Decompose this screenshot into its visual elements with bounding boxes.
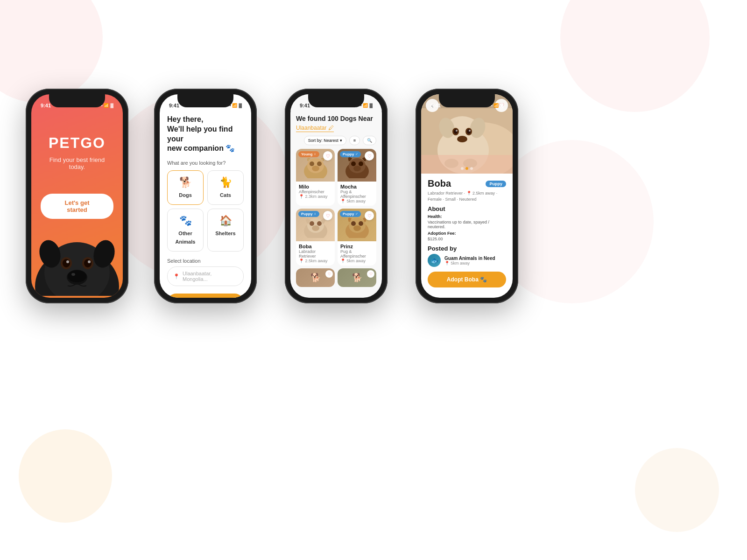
svg-point-9 bbox=[68, 270, 86, 282]
pet-info-milo: Milo Affenpinscher 📍 2.3km away bbox=[296, 182, 335, 201]
adopt-button[interactable]: Adopt Boba 🐾 bbox=[428, 272, 506, 287]
pet-detail-image: 9:41 ▪▪▪ 📶 ▓ ‹ ♡ bbox=[421, 94, 513, 174]
pet-card-prinz[interactable]: Puppy ♂ ♡ Prinz Pug & Affenpinscher 📍 5k… bbox=[338, 209, 376, 266]
category-dogs[interactable]: 🐕 Dogs bbox=[167, 170, 204, 205]
pet-heart-prinz[interactable]: ♡ bbox=[365, 211, 374, 220]
pet-tag-mocha: Puppy ♂ bbox=[340, 151, 361, 157]
phone4-time: 9:41 bbox=[430, 103, 441, 108]
extra-pet-1: 🐕 ♡ bbox=[296, 268, 335, 287]
wifi-icon: 📶 bbox=[493, 103, 499, 108]
pet-dist-detail: 2.5km away bbox=[472, 191, 495, 196]
sort-label: Sort by: Nearest bbox=[308, 138, 338, 143]
phone1-notch bbox=[49, 94, 105, 107]
filter-button[interactable]: ≡ bbox=[349, 136, 360, 145]
other-animals-label: Other Animals bbox=[176, 231, 196, 245]
pet-neutered-detail: Neutered bbox=[459, 197, 477, 202]
svg-point-16 bbox=[317, 161, 322, 166]
health-label: Health: bbox=[428, 214, 506, 219]
health-text: Vaccinations up to date, spayed / neuter… bbox=[428, 220, 506, 229]
results-location: Ulaanbaatar 🖊 bbox=[296, 125, 334, 132]
phone4-screen: 9:41 ▪▪▪ 📶 ▓ ‹ ♡ Boba bbox=[421, 94, 513, 298]
fetch-button[interactable]: Let's fetch! → bbox=[167, 294, 244, 298]
pet-distance-milo: 📍 2.3km away bbox=[299, 194, 332, 199]
title-line3: new companion 🐾 bbox=[167, 144, 235, 152]
dogs-label: Dogs bbox=[179, 192, 192, 198]
pet-heart-boba[interactable]: ♡ bbox=[323, 211, 332, 220]
svg-point-4 bbox=[63, 259, 70, 267]
sort-bar: Sort by: Nearest ▾ ≡ 🔍 bbox=[296, 136, 376, 145]
category-cats[interactable]: 🐈 Cats bbox=[207, 170, 244, 205]
dot-1 bbox=[461, 167, 464, 170]
pet-tag-milo: Young ♀ bbox=[298, 151, 319, 157]
wifi-icon: 📶 bbox=[232, 103, 237, 108]
phone1-screen: 9:41 ▪▪▪ 📶 ▓ PETGO Find your best friend… bbox=[31, 94, 123, 298]
svg-point-30 bbox=[351, 221, 356, 226]
pet-card-mocha[interactable]: Puppy ♂ ♡ Mocha Pug & Affenpinscher 📍 5k… bbox=[338, 149, 376, 206]
svg-point-44 bbox=[469, 130, 471, 132]
wifi-icon: 📶 bbox=[363, 103, 368, 108]
phone2-content: Hey there, We'll help you find your new … bbox=[160, 111, 251, 298]
svg-point-32 bbox=[353, 225, 361, 231]
svg-point-7 bbox=[88, 260, 91, 263]
phone2-screen: 9:41 ▪▪▪ 📶 ▓ Hey there, We'll help you f… bbox=[160, 94, 251, 298]
phone1-content: PETGO Find your best friend today. Let's… bbox=[31, 111, 123, 296]
pet-heart-mocha[interactable]: ♡ bbox=[365, 151, 374, 161]
extra-pet-1-heart[interactable]: ♡ bbox=[325, 270, 333, 278]
phone3-notch bbox=[308, 94, 364, 107]
results-title: We found 100 Dogs Near bbox=[296, 115, 376, 122]
search-button[interactable]: 🔍 bbox=[363, 136, 376, 145]
extra-pet-2-heart[interactable]: ♡ bbox=[367, 270, 374, 278]
shelter-distance: 📍 5km away bbox=[444, 261, 495, 266]
pet-name-mocha: Mocha bbox=[340, 184, 374, 189]
phone1-frame: 9:41 ▪▪▪ 📶 ▓ PETGO Find your best friend… bbox=[26, 89, 128, 303]
svg-point-45 bbox=[457, 136, 467, 142]
svg-point-6 bbox=[66, 260, 69, 263]
pet-name-milo: Milo bbox=[299, 184, 332, 189]
pet-distance-prinz: 📍 5km away bbox=[340, 259, 374, 263]
app-logo: PETGO bbox=[49, 134, 106, 152]
phone4-detail: 9:41 ▪▪▪ 📶 ▓ ‹ ♡ Boba bbox=[416, 89, 518, 303]
fee-text: $125.00 bbox=[428, 237, 506, 241]
title-line2: We'll help you find your bbox=[167, 125, 233, 143]
dot-3 bbox=[470, 167, 473, 170]
phone2-search: 9:41 ▪▪▪ 📶 ▓ Hey there, We'll help you f… bbox=[154, 89, 257, 303]
pet-detail-content: Boba Puppy Labrador Retriever · 📍 2.5km … bbox=[421, 174, 513, 292]
chevron-down-icon: ▾ bbox=[340, 138, 342, 143]
location-input-field[interactable]: 📍 Ulaanbaatar, Mongolia... bbox=[167, 266, 244, 286]
filter-icon: ≡ bbox=[353, 138, 356, 143]
pet-name-boba: Boba bbox=[299, 244, 332, 249]
pet-name-prinz: Prinz bbox=[340, 244, 374, 249]
extra-pets: 🐕 ♡ 🐕 ♡ bbox=[296, 268, 376, 287]
svg-point-43 bbox=[456, 130, 458, 132]
pet-info-prinz: Prinz Pug & Affenpinscher 📍 5km away bbox=[338, 241, 376, 266]
pet-card-milo[interactable]: Young ♀ ♡ Milo Affenpinscher 📍 2.3km awa… bbox=[296, 149, 335, 206]
pet-size-detail: Small bbox=[445, 197, 456, 202]
category-question: What are you looking for? bbox=[167, 160, 244, 166]
shelters-icon: 🏠 bbox=[211, 215, 240, 227]
dogs-icon: 🐕 bbox=[171, 176, 199, 189]
pet-breed-detail: Labrador Retriever bbox=[428, 191, 463, 196]
battery-icon: ▓ bbox=[239, 103, 242, 108]
phone3-frame: 9:41 ▪▪▪ 📶 ▓ We found 100 Dogs Near Ulaa… bbox=[285, 89, 388, 303]
pet-card-boba[interactable]: Puppy ♀ ♡ Boba Labrador Retriever 📍 2.5k… bbox=[296, 209, 335, 266]
category-other-animals[interactable]: 🐾 Other Animals bbox=[167, 209, 204, 252]
cats-icon: 🐈 bbox=[211, 176, 240, 189]
phone4-notch bbox=[439, 94, 495, 107]
pet-gender-detail: Female bbox=[428, 197, 442, 202]
wifi-icon: 📶 bbox=[104, 103, 109, 108]
phone3-content: We found 100 Dogs Near Ulaanbaatar 🖊 Sor… bbox=[290, 111, 382, 298]
get-started-button[interactable]: Let's get started bbox=[41, 194, 113, 219]
shelter-dist-text: 5km away bbox=[451, 261, 470, 266]
category-shelters[interactable]: 🏠 Shelters bbox=[207, 209, 244, 252]
svg-point-20 bbox=[351, 161, 356, 166]
fee-label: Adoption Fee: bbox=[428, 231, 506, 236]
dog-svg bbox=[31, 212, 123, 296]
image-dots bbox=[461, 167, 473, 170]
sort-button[interactable]: Sort by: Nearest ▾ bbox=[304, 136, 346, 145]
extra-pet-2: 🐕 ♡ bbox=[338, 268, 376, 287]
svg-point-25 bbox=[310, 221, 314, 226]
phone2-frame: 9:41 ▪▪▪ 📶 ▓ Hey there, We'll help you f… bbox=[154, 89, 257, 303]
posted-by-title: Posted by bbox=[428, 245, 506, 252]
shelter-info: Guam Animals in Need 📍 5km away bbox=[444, 256, 495, 266]
pet-heart-milo[interactable]: ♡ bbox=[323, 151, 332, 161]
